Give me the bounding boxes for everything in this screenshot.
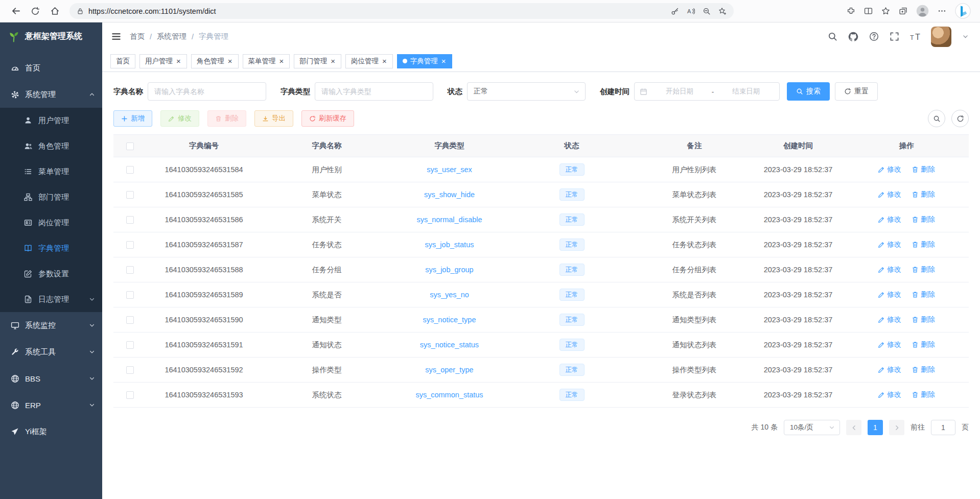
tab-dept[interactable]: 部门管理× bbox=[294, 54, 341, 68]
dict-type-link[interactable]: sys_user_sex bbox=[427, 165, 472, 174]
reset-button[interactable]: 重置 bbox=[835, 82, 878, 101]
tab-home[interactable]: 首页 bbox=[110, 54, 135, 68]
sidebar-item-post[interactable]: 岗位管理 bbox=[0, 210, 102, 235]
dict-type-link[interactable]: sys_notice_status bbox=[420, 341, 479, 349]
tab-dict[interactable]: 字典管理× bbox=[397, 54, 452, 68]
close-icon[interactable]: × bbox=[382, 57, 387, 65]
close-icon[interactable]: × bbox=[227, 57, 233, 65]
sidebar-item-dept[interactable]: 部门管理 bbox=[0, 184, 102, 210]
close-icon[interactable]: × bbox=[441, 57, 447, 65]
toggle-search-icon[interactable] bbox=[928, 110, 945, 127]
dict-type-input[interactable] bbox=[315, 82, 433, 101]
row-delete-button[interactable]: 删除 bbox=[912, 390, 935, 399]
dict-name-input[interactable] bbox=[148, 82, 266, 101]
tab-menu[interactable]: 菜单管理× bbox=[243, 54, 290, 68]
chevron-down-icon[interactable] bbox=[962, 33, 969, 40]
sidebar-item-bbs[interactable]: BBS bbox=[0, 365, 102, 392]
help-icon[interactable] bbox=[869, 32, 879, 41]
search-button[interactable]: 搜索 bbox=[787, 82, 830, 101]
export-button[interactable]: 导出 bbox=[254, 110, 293, 127]
row-delete-button[interactable]: 删除 bbox=[912, 165, 935, 174]
dict-type-link[interactable]: sys_job_status bbox=[425, 241, 474, 249]
app-logo[interactable]: 意框架管理系统 bbox=[0, 22, 102, 51]
row-delete-button[interactable]: 删除 bbox=[912, 215, 935, 224]
dict-type-link[interactable]: sys_common_status bbox=[415, 391, 483, 399]
select-all-checkbox[interactable] bbox=[126, 142, 134, 150]
row-edit-button[interactable]: 修改 bbox=[878, 265, 901, 274]
home-icon[interactable] bbox=[46, 3, 63, 20]
row-delete-button[interactable]: 删除 bbox=[912, 340, 935, 349]
dict-type-link[interactable]: sys_oper_type bbox=[425, 366, 473, 374]
sidebar-item-home[interactable]: 首页 bbox=[0, 55, 102, 81]
sidebar-item-log[interactable]: 日志管理 bbox=[0, 287, 102, 312]
row-checkbox[interactable] bbox=[126, 341, 134, 349]
row-edit-button[interactable]: 修改 bbox=[878, 240, 901, 249]
tab-user[interactable]: 用户管理× bbox=[139, 54, 187, 68]
sidebar-item-system[interactable]: 系统管理 bbox=[0, 81, 102, 108]
row-checkbox[interactable] bbox=[126, 266, 134, 274]
read-aloud-icon[interactable]: A bbox=[687, 7, 695, 15]
row-edit-button[interactable]: 修改 bbox=[878, 165, 901, 174]
row-delete-button[interactable]: 删除 bbox=[912, 240, 935, 249]
zoom-out-icon[interactable] bbox=[703, 7, 711, 15]
page-size-select[interactable]: 10条/页 bbox=[784, 420, 840, 435]
row-delete-button[interactable]: 删除 bbox=[912, 265, 935, 274]
prev-page-button[interactable] bbox=[846, 420, 861, 435]
row-delete-button[interactable]: 删除 bbox=[912, 290, 935, 299]
sidebar-item-monitor[interactable]: 系统监控 bbox=[0, 312, 102, 339]
password-key-icon[interactable] bbox=[671, 7, 679, 15]
sidebar-item-param[interactable]: 参数设置 bbox=[0, 261, 102, 287]
fullscreen-icon[interactable] bbox=[890, 32, 899, 41]
edit-button[interactable]: 修改 bbox=[160, 110, 199, 127]
refresh-table-icon[interactable] bbox=[951, 110, 969, 127]
sidebar-item-erp[interactable]: ERP bbox=[0, 392, 102, 418]
font-size-icon[interactable]: TT bbox=[910, 32, 920, 42]
next-page-button[interactable] bbox=[889, 420, 904, 435]
row-checkbox[interactable] bbox=[126, 366, 134, 374]
sidebar-item-yi[interactable]: Yi框架 bbox=[0, 418, 102, 445]
goto-page-input[interactable] bbox=[931, 420, 955, 435]
sidebar-item-user[interactable]: 用户管理 bbox=[0, 108, 102, 133]
row-edit-button[interactable]: 修改 bbox=[878, 190, 901, 199]
search-icon[interactable] bbox=[828, 32, 837, 41]
dict-type-link[interactable]: sys_yes_no bbox=[430, 291, 469, 299]
sidebar-item-menu[interactable]: 菜单管理 bbox=[0, 159, 102, 184]
close-icon[interactable]: × bbox=[176, 57, 181, 65]
refresh-cache-button[interactable]: 刷新缓存 bbox=[301, 110, 354, 127]
dict-type-link[interactable]: sys_job_group bbox=[425, 266, 473, 274]
close-icon[interactable]: × bbox=[279, 57, 285, 65]
row-edit-button[interactable]: 修改 bbox=[878, 215, 901, 224]
row-checkbox[interactable] bbox=[126, 166, 134, 174]
row-edit-button[interactable]: 修改 bbox=[878, 315, 901, 324]
row-edit-button[interactable]: 修改 bbox=[878, 340, 901, 349]
delete-button[interactable]: 删除 bbox=[207, 110, 246, 127]
browser-profile-avatar[interactable] bbox=[916, 5, 929, 17]
hamburger-icon[interactable] bbox=[109, 30, 123, 43]
dict-type-link[interactable]: sys_show_hide bbox=[424, 191, 475, 199]
sidebar-item-role[interactable]: 角色管理 bbox=[0, 133, 102, 159]
sidebar-item-dict[interactable]: 字典管理 bbox=[0, 235, 102, 261]
close-icon[interactable]: × bbox=[330, 57, 336, 65]
row-edit-button[interactable]: 修改 bbox=[878, 365, 901, 374]
dict-type-link[interactable]: sys_normal_disable bbox=[416, 216, 482, 224]
back-icon[interactable] bbox=[7, 3, 25, 20]
github-icon[interactable] bbox=[848, 32, 858, 42]
add-button[interactable]: 新增 bbox=[113, 110, 152, 127]
split-screen-icon[interactable] bbox=[864, 7, 873, 15]
browser-menu-dots-icon[interactable] bbox=[938, 7, 946, 15]
row-checkbox[interactable] bbox=[126, 291, 134, 299]
user-avatar[interactable] bbox=[931, 27, 951, 47]
page-number-1[interactable]: 1 bbox=[868, 420, 883, 435]
extensions-icon[interactable] bbox=[847, 7, 855, 15]
reload-icon[interactable] bbox=[27, 3, 44, 20]
sidebar-item-tools[interactable]: 系统工具 bbox=[0, 339, 102, 365]
row-checkbox[interactable] bbox=[126, 216, 134, 224]
row-edit-button[interactable]: 修改 bbox=[878, 390, 901, 399]
date-range-picker[interactable]: 开始日期 - 结束日期 bbox=[634, 82, 780, 101]
address-bar[interactable]: https://ccnetcore.com:1101/system/dict A bbox=[69, 3, 734, 19]
row-checkbox[interactable] bbox=[126, 191, 134, 199]
tab-role[interactable]: 角色管理× bbox=[191, 54, 239, 68]
favorites-star-icon[interactable] bbox=[881, 7, 890, 15]
row-edit-button[interactable]: 修改 bbox=[878, 290, 901, 299]
tab-post[interactable]: 岗位管理× bbox=[345, 54, 393, 68]
